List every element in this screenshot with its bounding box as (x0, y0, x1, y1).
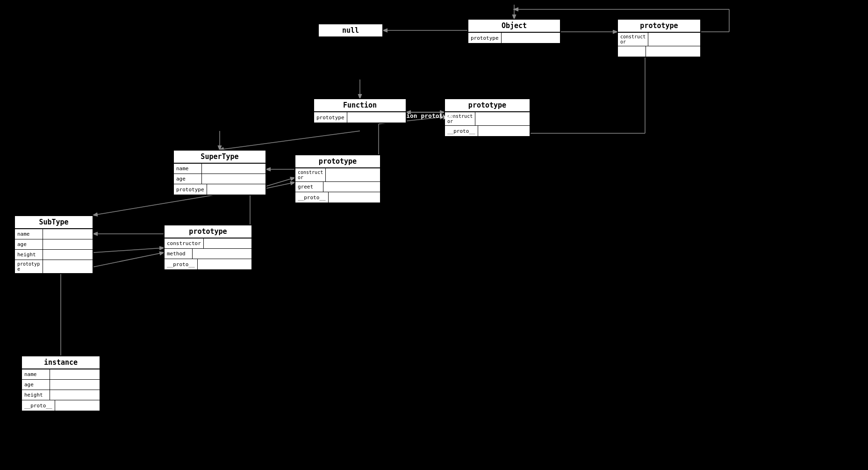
function-prototype-annotation: Function prototype (388, 112, 454, 119)
object-prototype-constructor-row: constructor (618, 33, 700, 46)
supertype-box: SuperType name age prototype (173, 150, 266, 195)
instance-name-row: name (22, 369, 100, 380)
object-prototype-value (502, 33, 560, 43)
function-prototype-label: prototype (314, 112, 347, 123)
subtype-title: SubType (15, 216, 93, 229)
instance-box: instance name age height __proto__ (21, 355, 100, 412)
subtype-prototype-row: prototype (15, 260, 93, 273)
subtype-prototype-box: prototype constructor method __proto__ (164, 224, 252, 270)
svg-line-10 (93, 194, 220, 215)
function-title: Function (314, 99, 406, 112)
connection-lines (0, 0, 868, 470)
sup-proto-proto-label: __proto__ (295, 192, 329, 202)
supertype-prototype-label: prototype (174, 184, 207, 195)
function-prototype-title: prototype (445, 99, 530, 112)
object-title: Object (468, 20, 560, 33)
instance-name-label: name (22, 369, 50, 379)
instance-proto-label: __proto__ (22, 400, 55, 411)
svg-line-6 (220, 131, 360, 150)
sub-proto-proto-label: __proto__ (165, 259, 198, 269)
instance-title: instance (22, 356, 100, 369)
null-box: null (318, 23, 383, 38)
obj-proto-constructor-label: constructor (618, 33, 648, 46)
subtype-box: SubType name age height prototype (14, 215, 93, 274)
sub-proto-proto-row: __proto__ (165, 259, 251, 269)
supertype-prototype-title: prototype (295, 155, 380, 168)
subtype-name-row: name (15, 229, 93, 239)
subtype-height-label: height (15, 250, 43, 260)
instance-age-label: age (22, 380, 50, 390)
subtype-age-label: age (15, 239, 43, 249)
object-prototype-box: prototype constructor (617, 19, 701, 58)
supertype-name-label: name (174, 164, 202, 174)
sub-proto-method-row: method (165, 249, 251, 259)
svg-line-9 (93, 248, 164, 253)
object-row-prototype: prototype (468, 33, 560, 43)
sub-proto-constructor-row: constructor (165, 239, 251, 249)
func-proto-proto-label: __proto__ (445, 126, 478, 136)
sub-proto-constructor-label: constructor (165, 239, 204, 248)
diagram: null Object prototype prototype construc… (0, 0, 868, 470)
null-title: null (319, 24, 382, 37)
subtype-name-label: name (15, 229, 43, 239)
subtype-prototype-title: prototype (165, 225, 251, 239)
svg-line-5 (266, 178, 294, 186)
func-proto-constructor-row: constructor (445, 112, 530, 126)
sub-proto-method-label: method (165, 249, 193, 259)
object-prototype-label: prototype (468, 33, 502, 43)
subtype-prototype-label: prototype (15, 260, 43, 273)
subtype-age-row: age (15, 239, 93, 250)
supertype-prototype-box: prototype constructor greet __proto__ (294, 154, 381, 203)
sup-proto-constructor-row: constructor (295, 168, 380, 182)
supertype-name-row: name (174, 164, 265, 174)
sup-proto-greet-row: greet (295, 182, 380, 192)
instance-height-label: height (22, 390, 50, 400)
supertype-age-label: age (174, 174, 202, 184)
object-box: Object prototype (467, 19, 561, 44)
function-box: Function prototype (313, 98, 407, 123)
sup-proto-proto-row: __proto__ (295, 192, 380, 202)
subtype-height-row: height (15, 250, 93, 260)
object-prototype-extra-row (618, 46, 700, 57)
object-prototype-title: prototype (618, 20, 700, 33)
func-proto-proto-row: __proto__ (445, 126, 530, 136)
function-prototype-box: prototype constructor __proto__ (444, 98, 531, 137)
supertype-prototype-row: prototype (174, 184, 265, 195)
supertype-age-row: age (174, 174, 265, 184)
sup-proto-constructor-label: constructor (295, 168, 326, 181)
instance-proto-row: __proto__ (22, 400, 100, 411)
instance-height-row: height (22, 390, 100, 400)
instance-age-row: age (22, 380, 100, 390)
sup-proto-greet-label: greet (295, 182, 323, 192)
supertype-title: SuperType (174, 151, 265, 164)
